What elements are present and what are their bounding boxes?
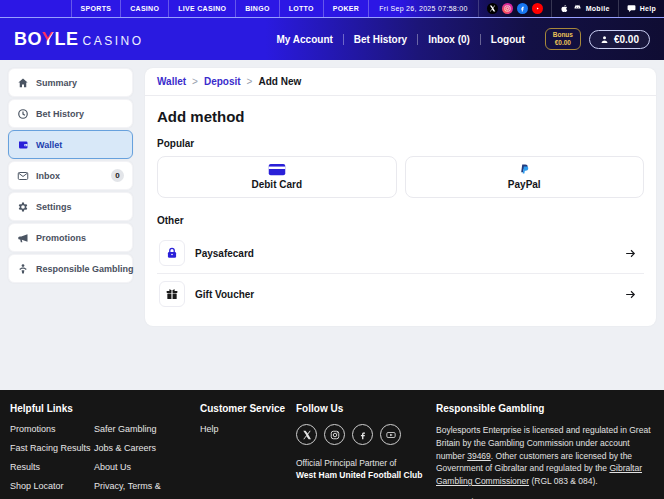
help-section[interactable]: Help [618, 0, 664, 17]
other-methods: Paysafecard Gift Voucher [157, 233, 644, 314]
breadcrumb-wallet[interactable]: Wallet [157, 76, 186, 87]
home-icon [17, 77, 29, 89]
sidebar-item-label: Inbox [36, 171, 60, 181]
licensing-text: Boylesports Enterprise is licensed and r… [436, 424, 654, 488]
footer-heading: Customer Service [200, 403, 296, 414]
paypal-method[interactable]: PayPal [405, 156, 645, 198]
footer-social-row [296, 424, 436, 445]
youtube-icon[interactable] [380, 424, 401, 445]
person-icon [600, 35, 609, 44]
top-nav-casino[interactable]: CASINO [120, 0, 168, 17]
sidebar-item-label: Wallet [36, 140, 62, 150]
top-nav-label: CASINO [130, 5, 159, 12]
facebook-icon[interactable] [352, 424, 373, 445]
sidebar-item-summary[interactable]: Summary [8, 68, 133, 97]
facebook-icon[interactable] [517, 3, 528, 14]
wallet-icon [17, 139, 29, 151]
instagram-icon[interactable] [502, 3, 513, 14]
debit-card-icon [268, 163, 286, 176]
paysafecard-icon-box [159, 240, 185, 266]
sidebar-item-label: Summary [36, 78, 77, 88]
footer-link-fast-racing-results[interactable]: Fast Racing Results [10, 443, 94, 453]
sidebar-item-label: Settings [36, 202, 72, 212]
debit-card-method[interactable]: Debit Card [157, 156, 397, 198]
bonus-badge[interactable]: Bonus €0.00 [545, 28, 581, 51]
other-section-label: Other [157, 215, 644, 226]
breadcrumb-separator: > [247, 76, 253, 87]
breadcrumb-add-new: Add New [258, 76, 301, 87]
method-label: Gift Voucher [195, 289, 254, 300]
account-number-link[interactable]: 39469 [467, 451, 491, 461]
sidebar-item-wallet[interactable]: Wallet [8, 130, 133, 159]
sidebar-item-label: Promotions [36, 233, 86, 243]
social-links-section [478, 0, 551, 17]
footer-heading: Responsible Gambling [436, 403, 654, 414]
footer-follow-us: Follow Us Official Principal Partner of … [296, 403, 436, 499]
instagram-icon[interactable] [324, 424, 345, 445]
top-nav-poker[interactable]: POKER [323, 0, 368, 17]
arrow-right-icon [624, 247, 637, 260]
footer-link-safer-gambling[interactable]: Safer Gambling [94, 424, 194, 434]
partner-line-2: West Ham United Football Club [296, 470, 436, 480]
footer-responsible-gambling: Responsible Gambling Boylesports Enterpr… [436, 403, 654, 499]
youtube-icon[interactable] [532, 3, 543, 14]
gift-voucher-method[interactable]: Gift Voucher [157, 273, 644, 314]
paysafecard-method[interactable]: Paysafecard [157, 233, 644, 273]
account-nav: My Account Bet History Inbox (0) Logout … [267, 28, 650, 51]
footer-heading: Helpful Links [10, 403, 200, 414]
footer-helpful-links: Helpful Links Promotions Fast Racing Res… [10, 403, 200, 499]
panel-body: Add method Popular Debit Card PayPal Oth… [145, 96, 656, 326]
sidebar-item-bet-history[interactable]: Bet History [8, 99, 133, 128]
breadcrumb: Wallet > Deposit > Add New [145, 68, 656, 96]
envelope-icon [17, 170, 29, 182]
popular-section-label: Popular [157, 138, 644, 149]
footer-link-help[interactable]: Help [200, 424, 296, 434]
logo-suffix: CASINO [83, 34, 144, 48]
boyle-casino-logo[interactable]: BOYLE CASINO [14, 29, 144, 50]
bonus-label: Bonus [553, 31, 573, 38]
partner-line-1: Official Principal Partner of [296, 458, 436, 468]
method-label: Paysafecard [195, 248, 254, 259]
top-nav-sports[interactable]: SPORTS [71, 0, 121, 17]
footer-link-jobs-careers[interactable]: Jobs & Careers [94, 443, 194, 453]
licensing-text-part: (RGL 083 & 084). [529, 476, 598, 486]
footer-link-about-us[interactable]: About Us [94, 462, 194, 472]
gear-icon [17, 201, 29, 213]
sidebar-item-promotions[interactable]: Promotions [8, 223, 133, 252]
account-sidebar: Summary Bet History Wallet Inbox 0 Setti… [8, 68, 133, 285]
bet-history-link[interactable]: Bet History [343, 34, 417, 45]
mobile-apps-section[interactable]: Mobile [551, 0, 618, 17]
top-nav-bingo[interactable]: BINGO [235, 0, 278, 17]
logout-link[interactable]: Logout [480, 34, 535, 45]
sidebar-item-label: Responsible Gambling [36, 264, 134, 274]
inbox-link[interactable]: Inbox (0) [417, 34, 480, 45]
balance-button[interactable]: €0.00 [589, 30, 650, 49]
top-nav-label: BINGO [245, 5, 269, 12]
wallet-panel: Wallet > Deposit > Add New Add method Po… [145, 68, 656, 326]
clock-history-icon [17, 108, 29, 120]
footer-link-privacy-terms[interactable]: Privacy, Terms & [94, 481, 194, 491]
sidebar-item-inbox[interactable]: Inbox 0 [8, 161, 133, 190]
top-utility-bar: SPORTS CASINO LIVE CASINO BINGO LOTTO PO… [0, 0, 664, 18]
footer-customer-service: Customer Service Help [200, 403, 296, 499]
footer-link-results[interactable]: Results [10, 462, 94, 472]
top-nav-lotto[interactable]: LOTTO [279, 0, 323, 17]
footer-link-shop-locator[interactable]: Shop Locator [10, 481, 94, 491]
top-nav-live-casino[interactable]: LIVE CASINO [168, 0, 235, 17]
x-twitter-icon[interactable] [296, 424, 317, 445]
popular-methods: Debit Card PayPal [157, 156, 644, 198]
breadcrumb-deposit[interactable]: Deposit [204, 76, 241, 87]
sidebar-item-responsible-gambling[interactable]: Responsible Gambling [8, 254, 133, 283]
content-area: Summary Bet History Wallet Inbox 0 Setti… [0, 60, 664, 390]
my-account-link[interactable]: My Account [267, 34, 343, 45]
megaphone-icon [17, 232, 29, 244]
page-footer: Helpful Links Promotions Fast Racing Res… [0, 390, 664, 499]
top-nav-label: LOTTO [289, 5, 314, 12]
logo-y-accent: Y [42, 29, 55, 49]
arrow-right-icon [624, 288, 637, 301]
datetime-display: Fri Sep 26, 2025 07:58:00 [368, 0, 477, 17]
brand-header: BOYLE CASINO My Account Bet History Inbo… [0, 18, 664, 60]
x-twitter-icon[interactable] [487, 3, 498, 14]
footer-link-promotions[interactable]: Promotions [10, 424, 94, 434]
sidebar-item-settings[interactable]: Settings [8, 192, 133, 221]
